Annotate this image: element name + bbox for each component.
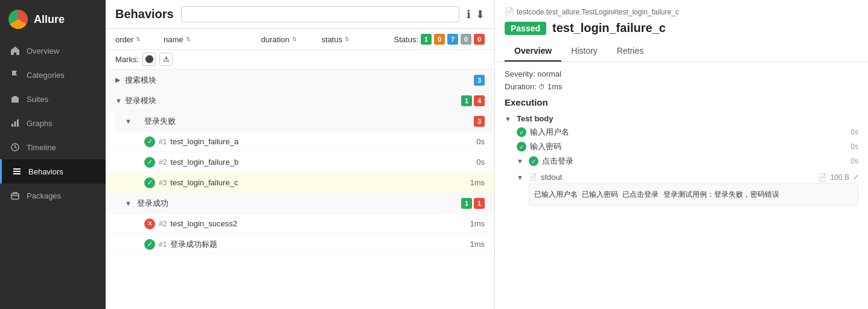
duration-sort-icon: ⇅ — [292, 36, 297, 42]
sidebar-item-overview-label: Overview — [27, 46, 59, 56]
sidebar-item-categories-label: Categories — [27, 71, 65, 80]
group-count: 3 — [474, 75, 485, 86]
file-icon: 📄 — [529, 173, 537, 181]
tree-row-success-title[interactable]: ✓ #1 登录成功标题 1ms — [106, 234, 494, 255]
info-icon[interactable]: ℹ — [467, 8, 471, 21]
tab-history[interactable]: History — [561, 41, 607, 62]
expand-icon: ▼ — [505, 115, 513, 123]
expand-icon: ▶ — [115, 76, 125, 84]
file-icon: 📄 — [505, 7, 514, 16]
svg-rect-6 — [13, 171, 21, 172]
status-badge-warn[interactable]: 0 — [434, 34, 445, 45]
test-order: #2 — [159, 220, 167, 228]
count-badge-fail: 4 — [474, 95, 485, 106]
detail-title: test_login_failure_c — [552, 21, 666, 35]
step-2-duration: 0s — [840, 142, 858, 151]
main-content: Behaviors ℹ ⬇ order ⇅ name ⇅ duration ⇅ … — [106, 0, 495, 309]
stdout-content: 已输入用户名 已输入密码 已点击登录 登录测试用例：登录失败，密码错误 — [529, 183, 858, 206]
severity-row: Severity: normal — [505, 69, 858, 78]
expand-icon: ▼ — [115, 97, 125, 104]
sidebar-item-behaviors-label: Behaviors — [28, 167, 63, 176]
svg-rect-0 — [11, 97, 19, 103]
col-name[interactable]: name ⇅ — [164, 35, 261, 44]
step-pass-icon: ✓ — [517, 142, 526, 151]
timeline-icon — [10, 142, 21, 153]
tree-row-success2[interactable]: ✕ #2 test_login_sucess2 1ms — [106, 214, 494, 234]
status-badge-skip[interactable]: 0 — [461, 34, 471, 45]
status-badge-info[interactable]: 7 — [447, 34, 458, 45]
detail-body: Severity: normal Duration: ⏱ 1ms Executi… — [495, 62, 868, 309]
subgroup-name: 登录成功 — [137, 198, 461, 209]
test-name: test_login_failure_a — [170, 137, 455, 146]
app-name: Allure — [34, 13, 65, 26]
tree-row-login-failure[interactable]: ▼ 登录失败 3 — [115, 111, 494, 132]
svg-rect-1 — [11, 124, 13, 127]
download-icon[interactable]: ⬇ — [476, 8, 485, 21]
test-body-header[interactable]: ▼ Test body — [505, 112, 858, 125]
table-controls: order ⇅ name ⇅ duration ⇅ status ⇅ Statu… — [106, 29, 494, 50]
tree-row-login-success[interactable]: ▼ 登录成功 1 1 — [106, 193, 494, 214]
group-count: 1 4 — [461, 95, 485, 106]
status-pass-icon: ✓ — [144, 177, 155, 188]
test-name: 登录成功标题 — [170, 239, 455, 250]
sidebar-item-suites[interactable]: Suites — [0, 87, 106, 111]
mark-circle-btn[interactable]: ⚫ — [142, 53, 156, 66]
tree-row-login-module[interactable]: ▼ 登录模块 1 4 — [106, 91, 494, 111]
stdout-section: ▼ 📄 stdout 📄 100 B ⤢ 已输入用户名 已输入密码 已点击登录 … — [517, 171, 858, 206]
test-duration: 0s — [455, 137, 485, 146]
group-name: 搜索模块 — [125, 75, 474, 86]
sidebar-item-overview[interactable]: Overview — [0, 39, 106, 63]
step-2: ✓ 输入密码 0s — [517, 139, 858, 154]
detail-header: 📄 testcode.test_allure.TestLogin#test_lo… — [495, 0, 868, 62]
step-pass-icon: ✓ — [517, 127, 526, 137]
detail-title-row: Passed test_login_failure_c — [505, 21, 858, 35]
step-1: ✓ 输入用户名 0s — [517, 125, 858, 139]
tree-row-failure-a[interactable]: ✓ #1 test_login_failure_a 0s — [106, 132, 494, 152]
test-body-group: ▼ Test body ✓ 输入用户名 0s ✓ 输入密码 0s ▼ ✓ 点击登… — [505, 112, 858, 206]
fullscreen-icon[interactable]: ⤢ — [853, 173, 858, 181]
name-sort-icon: ⇅ — [186, 36, 191, 42]
test-order: #1 — [159, 138, 167, 146]
group-name: 登录模块 — [125, 95, 461, 106]
severity-value: normal — [537, 69, 561, 78]
col-duration[interactable]: duration ⇅ — [261, 35, 322, 44]
sidebar: Allure Overview Categories Suites — [0, 0, 106, 309]
test-duration: 1ms — [455, 178, 485, 187]
detail-tabs: Overview History Retries — [505, 41, 858, 62]
flag-icon — [10, 69, 21, 80]
tab-overview[interactable]: Overview — [505, 41, 561, 62]
col-status[interactable]: status ⇅ — [322, 35, 394, 44]
main-header: Behaviors ℹ ⬇ — [106, 0, 494, 29]
clock-icon: ⏱ — [538, 83, 545, 91]
passed-badge: Passed — [505, 22, 546, 35]
status-badge-pass[interactable]: 1 — [421, 34, 432, 45]
sidebar-item-categories[interactable]: Categories — [0, 63, 106, 87]
tree-container: ▶ 搜索模块 3 ▼ 登录模块 1 4 ▼ 登录失败 3 — [106, 70, 494, 309]
counts-group: 1 4 — [461, 95, 485, 106]
svg-rect-3 — [17, 119, 19, 127]
sidebar-item-behaviors[interactable]: Behaviors — [0, 159, 106, 183]
search-input[interactable] — [181, 6, 459, 22]
sidebar-item-timeline[interactable]: Timeline — [0, 135, 106, 159]
count-badge: 3 — [474, 75, 485, 86]
tree-row-search-module[interactable]: ▶ 搜索模块 3 — [106, 70, 494, 91]
tree-row-failure-c[interactable]: ✓ #3 test_login_failure_c 1ms — [106, 173, 494, 193]
sidebar-item-packages[interactable]: Packages — [0, 183, 106, 208]
breadcrumb: 📄 testcode.test_allure.TestLogin#test_lo… — [505, 7, 858, 16]
status-badge-fail[interactable]: 0 — [474, 34, 485, 45]
tree-row-failure-b[interactable]: ✓ #2 test_login_failure_b 0s — [106, 152, 494, 173]
sidebar-item-graphs[interactable]: Graphs — [0, 111, 106, 135]
expand-icon: ▼ — [125, 200, 135, 207]
sidebar-item-suites-label: Suites — [27, 95, 48, 104]
test-duration: 1ms — [455, 219, 485, 228]
stdout-header[interactable]: ▼ 📄 stdout 📄 100 B ⤢ — [517, 171, 858, 183]
mark-triangle-btn[interactable]: ⚠ — [159, 53, 173, 66]
test-name: test_login_failure_b — [170, 158, 455, 167]
tab-retries[interactable]: Retries — [607, 41, 653, 62]
stdout-size: 100 B — [831, 173, 849, 182]
test-name: test_login_sucess2 — [170, 219, 455, 228]
col-order[interactable]: order ⇅ — [115, 35, 164, 44]
count-badge-pass: 1 — [461, 95, 472, 106]
svg-rect-2 — [14, 121, 16, 127]
bar-chart-icon — [10, 118, 21, 129]
